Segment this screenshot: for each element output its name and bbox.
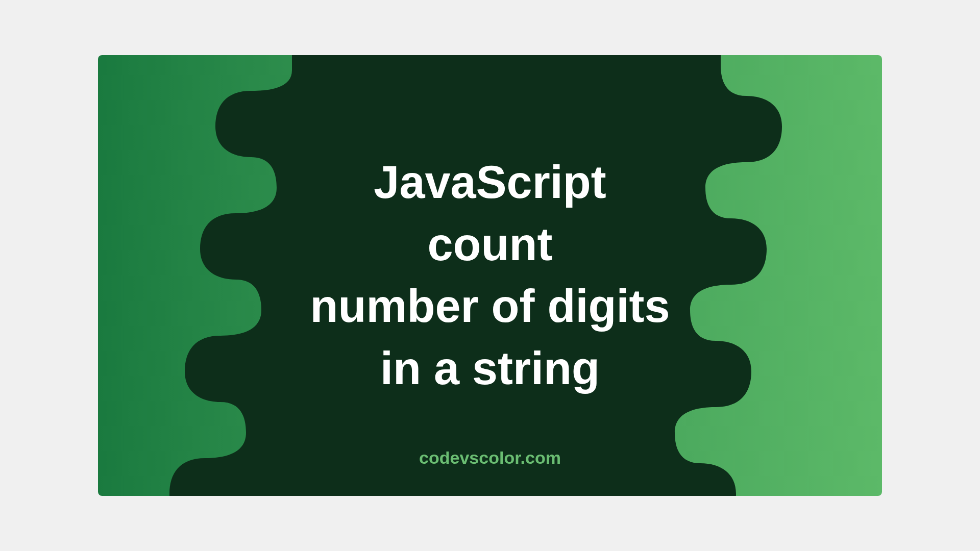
main-title: JavaScript count number of digits in a s… <box>310 152 670 399</box>
title-line-3: number of digits <box>310 281 670 332</box>
content-wrapper: JavaScript count number of digits in a s… <box>98 55 882 496</box>
title-line-1: JavaScript <box>374 157 606 208</box>
promo-card: JavaScript count number of digits in a s… <box>98 55 882 496</box>
title-line-4: in a string <box>380 343 600 394</box>
attribution-text: codevscolor.com <box>98 448 882 468</box>
title-line-2: count <box>428 219 553 270</box>
